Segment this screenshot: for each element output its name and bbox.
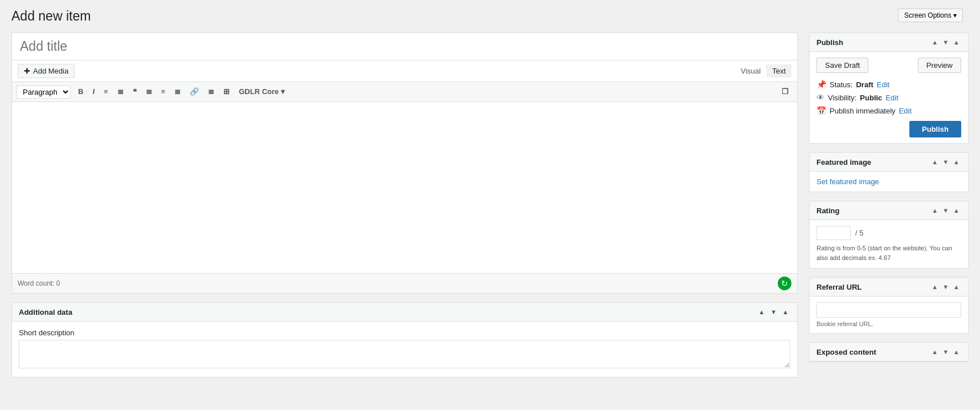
rating-up-button[interactable]: ▲ [930, 206, 940, 215]
referral-url-panel: Referral URL ▲ ▼ ▲ Bookie referral URL. [809, 277, 969, 334]
exposed-content-panel-title: Exposed content [816, 348, 876, 356]
status-icon: 📌 [816, 80, 826, 89]
unordered-list-button[interactable]: ≡ [100, 85, 112, 99]
status-edit-link[interactable]: Edit [877, 80, 889, 89]
visibility-edit-link[interactable]: Edit [885, 94, 898, 102]
rating-input[interactable] [816, 226, 851, 240]
referral-url-panel-header: Referral URL ▲ ▼ ▲ [810, 278, 968, 297]
featured-image-expand-button[interactable]: ▲ [952, 157, 961, 167]
publish-panel-up-button[interactable]: ▲ [930, 38, 940, 47]
word-count-value: 0 [56, 279, 60, 287]
add-media-button[interactable]: ✚ Add Media [18, 64, 75, 78]
align-center-button[interactable]: ≡ [157, 85, 170, 99]
editor-toolbar: Paragraph B I ≡ ≣ ❝ ≣ ≡ ≣ 🔗 ≣ ⊞ GDLR Cor… [12, 82, 797, 102]
short-description-label: Short description [19, 328, 790, 337]
referral-url-input[interactable] [816, 302, 961, 318]
metabox-collapse-down-button[interactable]: ▼ [769, 307, 778, 316]
metabox-expand-button[interactable]: ▲ [781, 307, 790, 316]
add-media-icon: ✚ [24, 67, 30, 75]
sidebar: Publish ▲ ▼ ▲ Save Draft Preview 📌 Statu… [809, 33, 969, 371]
exposed-content-down-button[interactable]: ▼ [941, 347, 950, 356]
save-draft-button[interactable]: Save Draft [816, 58, 868, 73]
fullscreen-button[interactable]: ❐ [778, 85, 793, 99]
editor-toolbar-top: ✚ Add Media Visual Text [12, 60, 797, 82]
referral-url-panel-body: Bookie referral URL. [810, 297, 968, 333]
featured-image-down-button[interactable]: ▼ [941, 157, 950, 167]
featured-image-up-button[interactable]: ▲ [930, 157, 940, 167]
referral-url-panel-controls: ▲ ▼ ▲ [930, 282, 961, 291]
tab-text[interactable]: Text [766, 64, 791, 78]
rating-down-button[interactable]: ▼ [941, 206, 950, 215]
publish-panel-expand-button[interactable]: ▲ [952, 38, 961, 47]
publish-actions: Save Draft Preview [816, 58, 961, 73]
publish-panel-title: Publish [816, 38, 843, 47]
link-button[interactable]: 🔗 [186, 85, 203, 99]
paragraph-select[interactable]: Paragraph [17, 86, 71, 99]
status-row: 📌 Status: Draft Edit [816, 80, 961, 89]
publish-panel-header: Publish ▲ ▼ ▲ [810, 33, 968, 52]
rating-panel-header: Rating ▲ ▼ ▲ [810, 201, 968, 220]
ordered-list-button[interactable]: ≣ [113, 85, 128, 99]
exposed-content-up-button[interactable]: ▲ [930, 347, 940, 356]
status-label: Status: [830, 80, 852, 89]
referral-url-hint: Bookie referral URL. [816, 320, 961, 327]
blockquote-button[interactable]: ❝ [129, 85, 141, 99]
exposed-content-expand-button[interactable]: ▲ [952, 347, 961, 356]
visibility-value: Public [860, 94, 882, 102]
content-area: ✚ Add Media Visual Text Paragraph B I ≡ [11, 33, 798, 377]
featured-image-panel-header: Featured image ▲ ▼ ▲ [810, 153, 968, 172]
status-value: Draft [856, 80, 873, 89]
rating-panel: Rating ▲ ▼ ▲ / 5 Rating is from 0-5 (sta… [809, 201, 969, 269]
bold-button[interactable]: B [74, 85, 87, 99]
publish-time-edit-link[interactable]: Edit [899, 107, 912, 115]
rating-panel-title: Rating [816, 206, 839, 215]
preview-button[interactable]: Preview [918, 58, 961, 73]
publish-panel-body: Save Draft Preview 📌 Status: Draft Edit … [810, 52, 968, 143]
editor-container: ✚ Add Media Visual Text Paragraph B I ≡ [11, 60, 798, 294]
metabox-body: Short description [12, 322, 797, 377]
short-description-input[interactable] [19, 340, 790, 368]
publish-panel: Publish ▲ ▼ ▲ Save Draft Preview 📌 Statu… [809, 33, 969, 144]
editor-body[interactable] [12, 102, 797, 273]
metabox-collapse-up-button[interactable]: ▲ [757, 307, 766, 316]
rating-expand-button[interactable]: ▲ [952, 206, 961, 215]
italic-button[interactable]: I [88, 85, 99, 99]
publish-time-row: 📅 Publish immediately Edit [816, 106, 961, 115]
metabox-header: Additional data ▲ ▼ ▲ [12, 303, 797, 322]
publish-time-label: Publish immediately [830, 107, 896, 115]
set-featured-image-link[interactable]: Set featured image [816, 177, 879, 186]
referral-url-panel-title: Referral URL [816, 283, 861, 291]
add-media-label: Add Media [33, 67, 68, 75]
align-left-button[interactable]: ≣ [142, 85, 156, 99]
calendar-icon: 📅 [816, 106, 826, 115]
title-input[interactable] [11, 33, 798, 60]
word-count: Word count: 0 [18, 279, 60, 287]
exposed-content-panel-controls: ▲ ▼ ▲ [930, 347, 961, 356]
gdlr-core-button[interactable]: GDLR Core ▾ [235, 85, 289, 99]
featured-image-panel-title: Featured image [816, 158, 871, 167]
word-count-label: Word count: [18, 279, 54, 287]
rating-panel-body: / 5 Rating is from 0-5 (start on the web… [810, 220, 968, 268]
additional-data-metabox: Additional data ▲ ▼ ▲ Short description [11, 302, 798, 377]
visibility-row: 👁 Visibility: Public Edit [816, 93, 961, 102]
referral-url-expand-button[interactable]: ▲ [952, 282, 961, 291]
visual-text-tabs: Visual Text [735, 64, 791, 78]
featured-image-panel: Featured image ▲ ▼ ▲ Set featured image [809, 152, 969, 192]
rating-of: / 5 [855, 229, 863, 237]
table-button[interactable]: ⊞ [219, 85, 234, 99]
align-right-button[interactable]: ≣ [170, 85, 185, 99]
referral-url-up-button[interactable]: ▲ [930, 282, 940, 291]
exposed-content-panel-header: Exposed content ▲ ▼ ▲ [810, 343, 968, 362]
rating-hint: Rating is from 0-5 (start on the website… [816, 243, 961, 262]
page-title: Add new item [11, 9, 969, 24]
publish-button[interactable]: Publish [909, 121, 961, 137]
refresh-icon[interactable]: ↻ [778, 277, 791, 290]
publish-btn-row: Publish [816, 121, 961, 137]
metabox-controls: ▲ ▼ ▲ [757, 307, 790, 316]
more-button[interactable]: ≣ [204, 85, 218, 99]
tab-visual[interactable]: Visual [735, 64, 766, 78]
referral-url-down-button[interactable]: ▼ [941, 282, 950, 291]
featured-image-panel-body: Set featured image [810, 172, 968, 192]
screen-options-button[interactable]: Screen Options ▾ [898, 9, 963, 22]
publish-panel-down-button[interactable]: ▼ [941, 38, 950, 47]
